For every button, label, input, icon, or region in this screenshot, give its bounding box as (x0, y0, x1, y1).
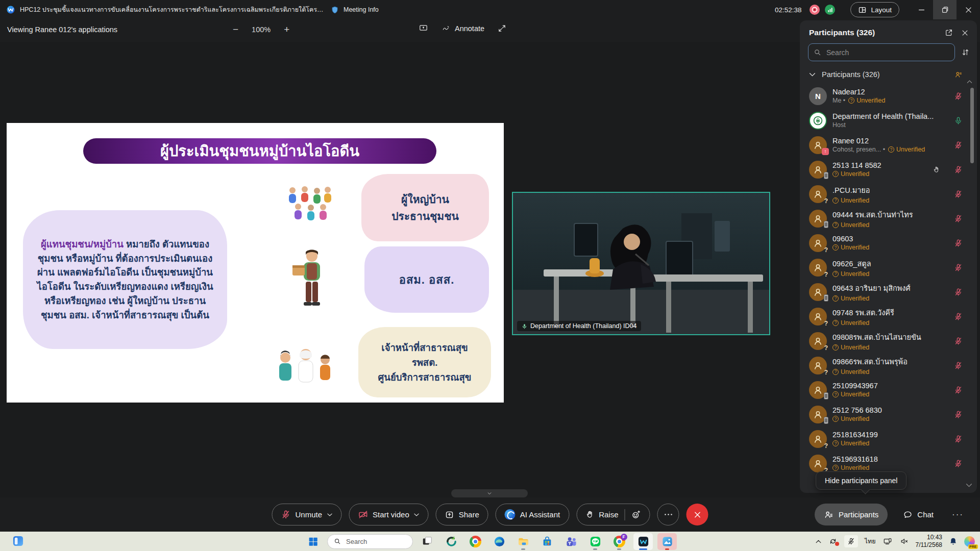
camera-off-icon (358, 510, 368, 519)
scroll-down-icon[interactable] (966, 483, 972, 488)
role-label: Host (832, 121, 846, 129)
running-indicator (593, 548, 597, 550)
cast-display-icon[interactable] (883, 537, 893, 546)
participant-row[interactable]: ↑ Ranee 012 Cohost, presen... • ? Unveri… (800, 133, 977, 157)
sync-app-icon[interactable] (442, 533, 461, 550)
ai-assistant-icon (505, 509, 516, 520)
line-icon[interactable] (585, 533, 605, 550)
participant-row[interactable]: ? 09603 ? Unverified (800, 231, 977, 255)
active-speaker-video[interactable]: Department of Health (Thailand) ID04 (512, 192, 770, 335)
pinned-blue-app-icon[interactable] (12, 535, 24, 547)
scrollbar-thumb[interactable] (970, 88, 974, 163)
reactions-icon[interactable] (631, 510, 641, 519)
participant-row[interactable]: ? 25181634199 ? Unverified (800, 427, 977, 451)
file-explorer-icon[interactable] (513, 533, 533, 550)
participants-toggle-button[interactable]: Participants (815, 504, 888, 525)
photos-taskbar-icon[interactable] (657, 533, 677, 550)
annotate-button[interactable]: Annotate (442, 24, 484, 33)
copilot-icon[interactable]: PRE (964, 536, 975, 547)
participant-row[interactable]: N Nadear12 Me • ? Unverified (800, 84, 977, 108)
search-icon (334, 538, 341, 545)
chrome-icon[interactable] (465, 533, 485, 550)
chrome-profile-icon[interactable]: F (609, 533, 629, 550)
unmute-button[interactable]: Unmute (272, 504, 341, 525)
raise-hand-button[interactable]: Raise (576, 504, 650, 525)
person-icon (813, 213, 823, 224)
task-view-icon[interactable] (418, 533, 437, 550)
slide-definition-blob: ผู้แทนชุมชน/หมู่บ้าน หมายถึง ตัวแทนของชุ… (23, 210, 227, 349)
zoom-out-button[interactable]: − (230, 24, 241, 35)
edge-icon[interactable] (489, 533, 509, 550)
leave-meeting-button[interactable] (687, 504, 708, 525)
avatar-badge: ? (824, 197, 828, 205)
avatar-badge (824, 294, 828, 302)
close-panel-icon[interactable] (961, 29, 969, 37)
close-window-button[interactable] (957, 0, 980, 19)
mic-status-icon (954, 214, 963, 223)
scroll-up-icon[interactable] (967, 80, 972, 84)
layout-button[interactable]: Layout (850, 2, 899, 17)
minimize-button[interactable] (910, 0, 933, 19)
participant-row[interactable]: ? .PCU.มายอ ? Unverified (800, 182, 977, 206)
unverified-badge: ? Unverified (832, 295, 869, 302)
search-input[interactable] (825, 48, 949, 57)
start-button[interactable] (303, 533, 323, 550)
taskbar-clock[interactable]: 10:43 7/11/2568 (916, 534, 943, 549)
mic-status-icon (954, 337, 963, 345)
more-options-button[interactable] (657, 504, 679, 525)
person-icon (813, 385, 823, 395)
unverified-badge: ? Unverified (832, 344, 869, 351)
more-panels-button[interactable]: ··· (949, 509, 967, 520)
unverified-badge: ? Unverified (832, 391, 869, 398)
participant-row[interactable]: Department of Health (Thaila... Host (800, 108, 977, 133)
taskbar-search-box[interactable] (327, 534, 413, 549)
participant-row[interactable]: 25109943967 ? Unverified (800, 378, 977, 402)
participants-section-header[interactable]: Participants (326) (800, 64, 977, 83)
tray-mic-muted-icon[interactable] (844, 535, 858, 547)
meeting-title: HPC12 ประชุมชี้แจงแนวทางการขับเคลื่อนงาน… (20, 5, 326, 15)
restore-button[interactable] (933, 0, 957, 19)
avatar-badge: ? (824, 369, 828, 376)
person-icon (813, 360, 823, 371)
participant-row[interactable]: ? 09748 รพ.สต.วังคีรี ? Unverified (800, 304, 977, 329)
tray-expand-icon[interactable] (815, 539, 822, 544)
webex-taskbar-icon[interactable] (633, 533, 653, 550)
participant-row[interactable]: ? 09808รพ.สต.บ้านไสนายขัน ? Unverified (800, 329, 977, 353)
chevron-down-icon[interactable] (414, 513, 420, 517)
ai-assistant-button[interactable]: AI Assistant (496, 504, 569, 525)
notification-bell-icon[interactable] (949, 537, 958, 546)
chat-button[interactable]: Chat (900, 510, 937, 520)
microsoft-store-icon[interactable] (537, 533, 557, 550)
question-circle-icon: ? (832, 222, 839, 228)
participant-row[interactable]: 2512 756 6830 ? Unverified (800, 402, 977, 427)
question-circle-icon: ? (832, 416, 839, 422)
zoom-level[interactable]: 100% (252, 26, 271, 34)
collapse-controls-pill[interactable] (451, 489, 528, 497)
share-button[interactable]: Share (436, 504, 488, 525)
mic-status-icon (954, 386, 963, 394)
start-video-button[interactable]: Start video (349, 504, 429, 525)
volume-muted-icon[interactable] (899, 537, 909, 545)
participant-row[interactable]: 09643 อารินยา มุสิกพงศ์ ? Unverified (800, 280, 977, 304)
meeting-info-label[interactable]: Meeting Info (344, 6, 379, 13)
person-icon (813, 311, 823, 322)
participant-search-box[interactable] (808, 43, 955, 61)
participant-row[interactable]: ? 09866รพ.สต.บ้านพรุพ้อ ? Unverified (800, 353, 977, 378)
system-tray: ไทย 10:43 7/11/2568 PRE (815, 532, 975, 551)
participant-row[interactable]: 2513 114 8582 ? Unverified (800, 157, 977, 182)
sync-status-icon[interactable] (828, 537, 838, 545)
expand-view-icon[interactable] (498, 24, 506, 33)
illustration-volunteer-with-box (286, 248, 333, 308)
sort-icon[interactable] (961, 48, 970, 57)
language-indicator[interactable]: ไทย (865, 536, 876, 546)
question-circle-icon: ? (832, 391, 839, 397)
chevron-down-icon[interactable] (327, 513, 332, 517)
popout-panel-icon[interactable] (945, 29, 953, 37)
participant-row[interactable]: ? 09626_สตูล ? Unverified (800, 255, 977, 280)
teams-icon[interactable] (561, 533, 581, 550)
person-icon (813, 238, 823, 248)
participant-row[interactable]: 09444 รพ.สต.บ้านท่าไทร ? Unverified (800, 206, 977, 231)
shared-screen-icon[interactable] (419, 24, 428, 33)
waiting-admit-icon[interactable] (954, 71, 963, 79)
zoom-in-button[interactable]: + (281, 24, 292, 35)
